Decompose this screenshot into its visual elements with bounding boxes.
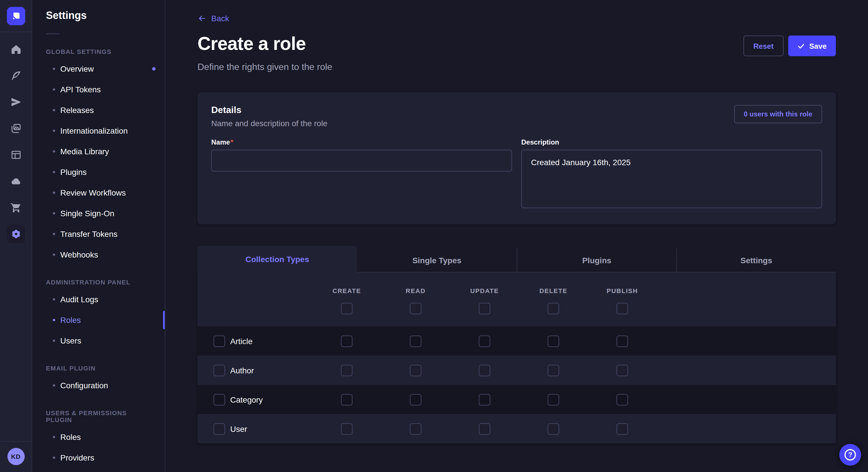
name-input[interactable] <box>211 150 512 171</box>
article-select-checkbox[interactable] <box>214 335 225 347</box>
strapi-logo-glyph <box>11 11 21 21</box>
sidebar-item-media-library[interactable]: Media Library <box>32 141 165 162</box>
bullet-icon <box>53 339 55 342</box>
category-select-checkbox[interactable] <box>214 394 225 405</box>
select-all-delete-checkbox[interactable] <box>548 303 559 314</box>
sidebar-item-releases[interactable]: Releases <box>32 100 165 121</box>
permissions-section: Collection TypesSingle TypesPluginsSetti… <box>197 246 836 443</box>
article-create-checkbox[interactable] <box>341 335 352 347</box>
category-read-checkbox[interactable] <box>410 394 422 405</box>
bullet-icon <box>53 171 55 173</box>
details-subtitle: Name and description of the role <box>211 119 328 128</box>
content-type-label: User <box>230 424 247 433</box>
permissions-table-body: ArticleAuthorCategoryUser <box>197 326 836 443</box>
user-update-checkbox[interactable] <box>479 423 490 434</box>
column-label-delete: DELETE <box>519 287 588 294</box>
sidebar-item-plugins[interactable]: Plugins <box>32 162 165 182</box>
article-update-checkbox[interactable] <box>479 335 490 347</box>
back-link[interactable]: Back <box>197 14 229 23</box>
select-all-read-checkbox[interactable] <box>410 303 422 314</box>
cart-icon[interactable] <box>7 198 25 217</box>
author-publish-checkbox[interactable] <box>617 365 628 376</box>
tab-settings[interactable]: Settings <box>676 248 836 272</box>
sidebar-item-label: API Tokens <box>60 85 101 94</box>
paper-plane-icon[interactable] <box>7 93 25 111</box>
sidebar-item-providers[interactable]: Providers <box>32 447 165 468</box>
sidebar-item-label: Media Library <box>60 147 109 156</box>
details-fields: Name* Description Created January 16th, … <box>211 138 822 210</box>
sidebar-item-internationalization[interactable]: Internationalization <box>32 121 165 141</box>
select-all-create-checkbox[interactable] <box>341 303 352 314</box>
check-icon <box>797 42 805 49</box>
category-create-checkbox[interactable] <box>341 394 352 405</box>
description-textarea[interactable]: Created January 16th, 2025 <box>521 150 822 208</box>
sidebar-section-label-global-settings: GLOBAL SETTINGS <box>46 48 151 55</box>
sidebar-item-configuration[interactable]: Configuration <box>32 375 165 396</box>
sidebar-item-transfer-tokens[interactable]: Transfer Tokens <box>32 224 165 244</box>
sidebar-item-roles[interactable]: Roles <box>32 310 165 330</box>
user-create-checkbox[interactable] <box>341 423 352 434</box>
article-read-checkbox[interactable] <box>410 335 422 347</box>
category-publish-checkbox[interactable] <box>617 394 628 405</box>
layout-icon[interactable] <box>7 146 25 164</box>
media-library-icon[interactable] <box>7 119 25 138</box>
home-icon[interactable] <box>7 40 25 59</box>
sidebar-item-users[interactable]: Users <box>32 330 165 351</box>
description-field: Description Created January 16th, 2025 <box>521 138 822 210</box>
user-select-checkbox[interactable] <box>214 423 225 434</box>
sidebar-item-review-workflows[interactable]: Review Workflows <box>32 182 165 203</box>
author-create-checkbox[interactable] <box>341 365 352 376</box>
description-label: Description <box>521 138 822 146</box>
permission-column-labels: CREATEREADUPDATEDELETEPUBLISH <box>197 272 836 294</box>
name-field: Name* <box>211 138 512 210</box>
gear-icon[interactable] <box>7 225 25 243</box>
sidebar-item-label: Plugins <box>60 167 87 177</box>
help-button[interactable]: ? <box>839 444 861 466</box>
sidebar-item-overview[interactable]: Overview <box>32 59 165 79</box>
title-row: Create a role Reset Save <box>197 33 836 56</box>
category-delete-checkbox[interactable] <box>548 394 559 405</box>
save-label: Save <box>809 42 827 50</box>
user-publish-checkbox[interactable] <box>617 423 628 434</box>
reset-button[interactable]: Reset <box>743 36 783 56</box>
category-update-checkbox[interactable] <box>479 394 490 405</box>
details-card-header: Details Name and description of the role… <box>211 105 822 128</box>
cloud-icon[interactable] <box>7 172 25 191</box>
back-arrow-icon <box>197 14 207 23</box>
bullet-icon <box>53 109 55 111</box>
sidebar-item-single-sign-on[interactable]: Single Sign-On <box>32 203 165 224</box>
sidebar-item-label: Users <box>60 336 81 345</box>
author-read-checkbox[interactable] <box>410 365 422 376</box>
save-button[interactable]: Save <box>788 36 836 56</box>
sidebar-section-label-users-permissions-plugin: USERS & PERMISSIONS PLUGIN <box>46 409 151 423</box>
strapi-logo[interactable] <box>7 7 25 25</box>
page-title: Create a role <box>197 33 306 55</box>
select-all-publish-checkbox[interactable] <box>617 303 628 314</box>
bullet-icon <box>53 384 55 386</box>
sidebar-item-label: Audit Logs <box>60 295 98 304</box>
tab-plugins[interactable]: Plugins <box>517 248 676 272</box>
sidebar-item-label: Single Sign-On <box>60 209 114 218</box>
author-delete-checkbox[interactable] <box>548 365 559 376</box>
article-publish-checkbox[interactable] <box>617 335 628 347</box>
header-actions: Reset Save <box>743 36 836 56</box>
feather-icon[interactable] <box>7 67 25 85</box>
back-label: Back <box>211 14 229 23</box>
bullet-icon <box>53 150 55 153</box>
sidebar-item-api-tokens[interactable]: API Tokens <box>32 79 165 100</box>
sidebar-item-webhooks[interactable]: Webhooks <box>32 244 165 265</box>
tab-single-types[interactable]: Single Types <box>357 248 517 272</box>
user-delete-checkbox[interactable] <box>548 423 559 434</box>
bullet-icon <box>53 436 55 438</box>
user-avatar[interactable]: KD <box>7 448 24 465</box>
tab-collection-types[interactable]: Collection Types <box>197 246 357 272</box>
users-with-role-button[interactable]: 0 users with this role <box>734 105 822 123</box>
sidebar-item-roles[interactable]: Roles <box>32 427 165 447</box>
author-select-checkbox[interactable] <box>214 365 225 376</box>
sidebar-item-audit-logs[interactable]: Audit Logs <box>32 289 165 310</box>
select-all-update-checkbox[interactable] <box>479 303 490 314</box>
bullet-icon <box>53 88 55 91</box>
article-delete-checkbox[interactable] <box>548 335 559 347</box>
author-update-checkbox[interactable] <box>479 365 490 376</box>
user-read-checkbox[interactable] <box>410 423 422 434</box>
